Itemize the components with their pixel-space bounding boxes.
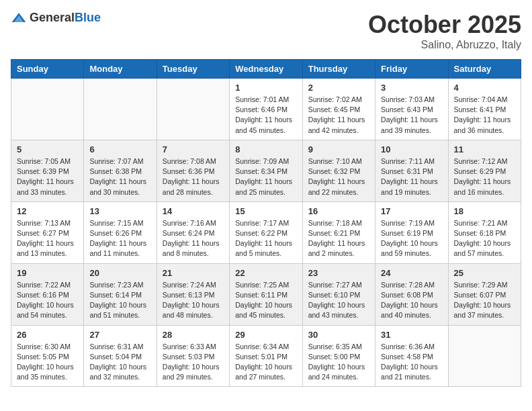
day-info: Sunrise: 7:17 AM Sunset: 6:22 PM Dayligh… — [235, 218, 296, 259]
calendar-cell: 28Sunrise: 6:33 AM Sunset: 5:03 PM Dayli… — [157, 325, 229, 387]
weekday-header-thursday: Thursday — [302, 60, 375, 79]
day-number: 3 — [381, 83, 442, 93]
weekday-header-row: SundayMondayTuesdayWednesdayThursdayFrid… — [11, 60, 521, 79]
calendar-cell — [84, 79, 157, 140]
calendar-cell — [11, 79, 84, 140]
calendar-cell: 27Sunrise: 6:31 AM Sunset: 5:04 PM Dayli… — [84, 325, 157, 387]
calendar-week-row: 19Sunrise: 7:22 AM Sunset: 6:16 PM Dayli… — [11, 263, 521, 325]
calendar-cell: 17Sunrise: 7:19 AM Sunset: 6:19 PM Dayli… — [375, 201, 448, 263]
calendar-cell: 24Sunrise: 7:28 AM Sunset: 6:08 PM Dayli… — [375, 263, 448, 325]
day-number: 30 — [308, 330, 369, 340]
calendar-cell: 21Sunrise: 7:24 AM Sunset: 6:13 PM Dayli… — [157, 263, 229, 325]
calendar-cell: 9Sunrise: 7:10 AM Sunset: 6:32 PM Daylig… — [302, 140, 375, 201]
calendar-cell: 3Sunrise: 7:03 AM Sunset: 6:43 PM Daylig… — [375, 79, 448, 140]
day-number: 16 — [308, 206, 369, 216]
day-info: Sunrise: 7:24 AM Sunset: 6:13 PM Dayligh… — [163, 280, 224, 321]
day-info: Sunrise: 7:21 AM Sunset: 6:18 PM Dayligh… — [454, 218, 515, 259]
day-info: Sunrise: 7:01 AM Sunset: 6:46 PM Dayligh… — [235, 95, 296, 136]
day-number: 24 — [381, 268, 442, 278]
day-info: Sunrise: 7:23 AM Sunset: 6:14 PM Dayligh… — [89, 280, 150, 321]
day-number: 17 — [381, 206, 442, 216]
day-info: Sunrise: 7:29 AM Sunset: 6:07 PM Dayligh… — [454, 280, 515, 321]
day-number: 1 — [235, 83, 296, 93]
calendar-cell: 19Sunrise: 7:22 AM Sunset: 6:16 PM Dayli… — [11, 263, 84, 325]
calendar-cell — [157, 79, 229, 140]
calendar-week-row: 5Sunrise: 7:05 AM Sunset: 6:39 PM Daylig… — [11, 140, 521, 201]
month-title: October 2025 — [368, 11, 521, 39]
day-number: 22 — [235, 268, 296, 278]
day-info: Sunrise: 7:28 AM Sunset: 6:08 PM Dayligh… — [381, 280, 442, 321]
calendar-cell: 30Sunrise: 6:35 AM Sunset: 5:00 PM Dayli… — [302, 325, 375, 387]
day-number: 27 — [89, 330, 150, 340]
day-info: Sunrise: 6:36 AM Sunset: 4:58 PM Dayligh… — [381, 342, 442, 383]
day-number: 21 — [163, 268, 224, 278]
day-info: Sunrise: 7:03 AM Sunset: 6:43 PM Dayligh… — [381, 95, 442, 136]
calendar-table: SundayMondayTuesdayWednesdayThursdayFrid… — [11, 59, 521, 387]
day-info: Sunrise: 7:13 AM Sunset: 6:27 PM Dayligh… — [17, 218, 78, 259]
calendar-cell: 13Sunrise: 7:15 AM Sunset: 6:26 PM Dayli… — [84, 201, 157, 263]
weekday-header-monday: Monday — [84, 60, 157, 79]
day-number: 9 — [308, 144, 369, 154]
weekday-header-wednesday: Wednesday — [230, 60, 302, 79]
calendar-week-row: 12Sunrise: 7:13 AM Sunset: 6:27 PM Dayli… — [11, 201, 521, 263]
day-number: 26 — [17, 330, 78, 340]
calendar-cell: 14Sunrise: 7:16 AM Sunset: 6:24 PM Dayli… — [157, 201, 229, 263]
calendar-week-row: 26Sunrise: 6:30 AM Sunset: 5:05 PM Dayli… — [11, 325, 521, 387]
day-info: Sunrise: 6:30 AM Sunset: 5:05 PM Dayligh… — [17, 342, 78, 383]
day-number: 2 — [308, 83, 369, 93]
weekday-header-sunday: Sunday — [11, 60, 84, 79]
calendar-cell: 15Sunrise: 7:17 AM Sunset: 6:22 PM Dayli… — [230, 201, 302, 263]
day-info: Sunrise: 7:27 AM Sunset: 6:10 PM Dayligh… — [308, 280, 369, 321]
calendar-cell: 7Sunrise: 7:08 AM Sunset: 6:36 PM Daylig… — [157, 140, 229, 201]
day-number: 31 — [381, 330, 442, 340]
calendar-cell: 31Sunrise: 6:36 AM Sunset: 4:58 PM Dayli… — [375, 325, 448, 387]
calendar-cell: 6Sunrise: 7:07 AM Sunset: 6:38 PM Daylig… — [84, 140, 157, 201]
calendar-week-row: 1Sunrise: 7:01 AM Sunset: 6:46 PM Daylig… — [11, 79, 521, 140]
day-info: Sunrise: 7:18 AM Sunset: 6:21 PM Dayligh… — [308, 218, 369, 259]
day-info: Sunrise: 7:08 AM Sunset: 6:36 PM Dayligh… — [163, 156, 224, 197]
day-info: Sunrise: 7:10 AM Sunset: 6:32 PM Dayligh… — [308, 156, 369, 197]
day-number: 20 — [89, 268, 150, 278]
calendar-cell: 10Sunrise: 7:11 AM Sunset: 6:31 PM Dayli… — [375, 140, 448, 201]
weekday-header-saturday: Saturday — [448, 60, 521, 79]
logo-icon — [11, 11, 27, 25]
day-info: Sunrise: 7:11 AM Sunset: 6:31 PM Dayligh… — [381, 156, 442, 197]
weekday-header-tuesday: Tuesday — [157, 60, 229, 79]
logo: GeneralBlue — [11, 11, 101, 25]
day-number: 15 — [235, 206, 296, 216]
location-title: Salino, Abruzzo, Italy — [368, 39, 521, 51]
day-number: 12 — [17, 206, 78, 216]
day-number: 8 — [235, 144, 296, 154]
title-block: October 2025 Salino, Abruzzo, Italy — [368, 11, 521, 51]
day-info: Sunrise: 7:19 AM Sunset: 6:19 PM Dayligh… — [381, 218, 442, 259]
calendar-cell: 25Sunrise: 7:29 AM Sunset: 6:07 PM Dayli… — [448, 263, 521, 325]
calendar-cell: 12Sunrise: 7:13 AM Sunset: 6:27 PM Dayli… — [11, 201, 84, 263]
calendar-cell: 8Sunrise: 7:09 AM Sunset: 6:34 PM Daylig… — [230, 140, 302, 201]
day-number: 18 — [454, 206, 515, 216]
day-number: 7 — [163, 144, 224, 154]
day-number: 28 — [163, 330, 224, 340]
day-number: 6 — [89, 144, 150, 154]
day-number: 19 — [17, 268, 78, 278]
calendar-cell: 16Sunrise: 7:18 AM Sunset: 6:21 PM Dayli… — [302, 201, 375, 263]
day-number: 4 — [454, 83, 515, 93]
calendar-cell: 5Sunrise: 7:05 AM Sunset: 6:39 PM Daylig… — [11, 140, 84, 201]
day-info: Sunrise: 7:05 AM Sunset: 6:39 PM Dayligh… — [17, 156, 78, 197]
day-info: Sunrise: 7:25 AM Sunset: 6:11 PM Dayligh… — [235, 280, 296, 321]
calendar-cell: 11Sunrise: 7:12 AM Sunset: 6:29 PM Dayli… — [448, 140, 521, 201]
calendar-cell: 20Sunrise: 7:23 AM Sunset: 6:14 PM Dayli… — [84, 263, 157, 325]
day-info: Sunrise: 7:15 AM Sunset: 6:26 PM Dayligh… — [89, 218, 150, 259]
day-info: Sunrise: 7:16 AM Sunset: 6:24 PM Dayligh… — [163, 218, 224, 259]
calendar-cell — [448, 325, 521, 387]
weekday-header-friday: Friday — [375, 60, 448, 79]
day-number: 29 — [235, 330, 296, 340]
calendar-cell: 26Sunrise: 6:30 AM Sunset: 5:05 PM Dayli… — [11, 325, 84, 387]
day-info: Sunrise: 6:31 AM Sunset: 5:04 PM Dayligh… — [89, 342, 150, 383]
logo-text: GeneralBlue — [30, 11, 101, 25]
day-info: Sunrise: 7:02 AM Sunset: 6:45 PM Dayligh… — [308, 95, 369, 136]
day-info: Sunrise: 7:07 AM Sunset: 6:38 PM Dayligh… — [89, 156, 150, 197]
day-number: 25 — [454, 268, 515, 278]
calendar-cell: 2Sunrise: 7:02 AM Sunset: 6:45 PM Daylig… — [302, 79, 375, 140]
day-info: Sunrise: 7:12 AM Sunset: 6:29 PM Dayligh… — [454, 156, 515, 197]
calendar-cell: 22Sunrise: 7:25 AM Sunset: 6:11 PM Dayli… — [230, 263, 302, 325]
